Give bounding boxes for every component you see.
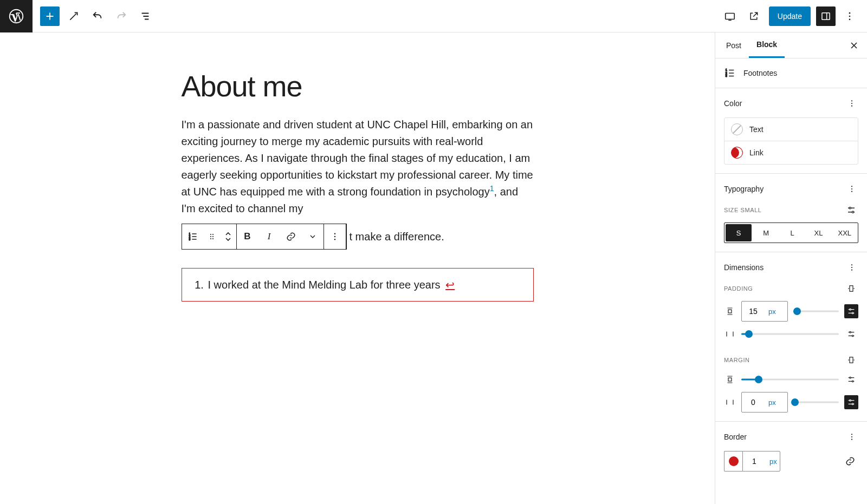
svg-point-17: [334, 239, 335, 240]
sidebar-tabs: Post Block: [715, 32, 867, 58]
svg-point-43: [852, 403, 853, 405]
editor-canvas[interactable]: About me I'm a passionate and driven stu…: [0, 32, 715, 504]
update-button[interactable]: Update: [769, 6, 811, 26]
block-type-label: Footnotes: [743, 69, 777, 77]
link-button[interactable]: [280, 224, 302, 249]
panel-dimensions: Dimensions PADDING px: [715, 252, 867, 422]
border-options-button[interactable]: [845, 430, 858, 443]
border-unit[interactable]: px: [766, 457, 780, 466]
footnote-ref-1[interactable]: 1: [490, 185, 494, 193]
svg-point-12: [212, 236, 213, 237]
svg-point-22: [851, 103, 852, 104]
margin-v-custom-button[interactable]: [844, 372, 858, 387]
footnote-text: I worked at the Mind Melding Lab for thr…: [208, 279, 441, 291]
tab-post[interactable]: Post: [719, 32, 749, 58]
padding-range[interactable]: [793, 306, 839, 317]
svg-point-28: [852, 211, 853, 213]
footnotes-block[interactable]: I worked at the Mind Melding Lab for thr…: [182, 268, 534, 302]
margin-h-range[interactable]: [793, 397, 839, 408]
typography-options-button[interactable]: [845, 182, 858, 195]
dimensions-options-button[interactable]: [845, 261, 858, 274]
svg-point-26: [851, 191, 852, 192]
list-type-button[interactable]: 123: [182, 224, 204, 249]
svg-point-45: [851, 436, 852, 437]
margin-label: MARGIN: [724, 357, 750, 363]
svg-point-10: [212, 234, 213, 235]
block-options-button[interactable]: [324, 224, 346, 249]
margin-h-custom-button[interactable]: [844, 395, 858, 409]
margin-horizontal-icon: [724, 396, 736, 408]
wordpress-logo[interactable]: [0, 0, 33, 32]
footnote-backlink-icon[interactable]: ↩: [445, 279, 455, 291]
text-color-swatch: [731, 123, 743, 135]
color-link-label: Link: [749, 148, 764, 157]
padding-value-input[interactable]: px: [741, 301, 788, 322]
padding-unlink-button[interactable]: [844, 282, 858, 296]
padding-custom-button[interactable]: [844, 304, 858, 318]
svg-point-21: [851, 100, 852, 101]
external-preview-button[interactable]: [744, 6, 764, 26]
padding-value-field[interactable]: [742, 306, 765, 316]
padding-h-custom-button[interactable]: [844, 327, 858, 341]
size-btn-xl[interactable]: XL: [805, 223, 831, 243]
padding-h-range[interactable]: [741, 329, 839, 339]
post-title[interactable]: About me: [182, 70, 534, 102]
size-custom-button[interactable]: [844, 203, 858, 217]
margin-unlink-button[interactable]: [844, 353, 858, 367]
move-up-down[interactable]: [220, 224, 236, 249]
svg-point-24: [851, 186, 852, 187]
svg-point-29: [851, 264, 852, 265]
footnote-item-1[interactable]: I worked at the Mind Melding Lab for thr…: [207, 278, 520, 291]
padding-horizontal-icon: [724, 328, 736, 340]
svg-rect-38: [850, 357, 853, 363]
block-inserter-button[interactable]: [40, 6, 60, 26]
settings-sidebar: Post Block 123 Footnotes Color: [715, 32, 867, 504]
more-rich-text-button[interactable]: [302, 224, 323, 249]
svg-point-11: [210, 236, 211, 237]
post-paragraph[interactable]: I'm a passionate and driven student at U…: [182, 116, 534, 217]
margin-v-range[interactable]: [741, 374, 839, 385]
svg-point-5: [849, 18, 851, 20]
panel-border-heading: Border: [724, 433, 747, 441]
svg-point-16: [334, 236, 335, 237]
margin-value-input[interactable]: px: [741, 392, 788, 413]
panel-typography: Typography SIZE SMALL S M L XL XXL: [715, 174, 867, 252]
svg-point-36: [850, 331, 851, 333]
size-btn-s[interactable]: S: [726, 224, 752, 241]
svg-rect-1: [726, 13, 735, 19]
paragraph-overflow-text: t make a difference.: [346, 231, 444, 243]
color-link-row[interactable]: Link: [724, 141, 858, 164]
tools-button[interactable]: [64, 6, 83, 26]
bold-button[interactable]: B: [237, 224, 258, 249]
svg-point-30: [851, 267, 852, 268]
undo-button[interactable]: [88, 6, 107, 26]
svg-point-44: [851, 434, 852, 435]
settings-sidebar-toggle[interactable]: [816, 6, 836, 26]
redo-button[interactable]: [112, 6, 131, 26]
document-overview-button[interactable]: [135, 6, 155, 26]
svg-text:3: 3: [189, 238, 190, 241]
tab-block[interactable]: Block: [749, 32, 785, 58]
size-btn-xxl[interactable]: XXL: [832, 223, 858, 243]
border-width-input[interactable]: px: [742, 451, 780, 472]
color-options-button[interactable]: [845, 97, 858, 110]
view-button[interactable]: [720, 6, 740, 26]
border-color-swatch[interactable]: [724, 451, 742, 472]
margin-unit[interactable]: px: [765, 398, 779, 407]
color-text-row[interactable]: Text: [724, 118, 858, 141]
padding-unit[interactable]: px: [765, 307, 779, 316]
size-btn-l[interactable]: L: [779, 223, 805, 243]
border-width-field[interactable]: [743, 456, 766, 466]
svg-point-42: [850, 400, 851, 401]
close-sidebar-button[interactable]: [844, 36, 864, 55]
margin-value-field[interactable]: [742, 397, 765, 407]
size-btn-m[interactable]: M: [753, 223, 779, 243]
svg-text:3: 3: [726, 74, 727, 77]
svg-point-35: [852, 312, 853, 314]
drag-handle[interactable]: [204, 224, 220, 249]
options-menu-button[interactable]: [840, 6, 859, 26]
border-link-sides-button[interactable]: [842, 456, 858, 467]
padding-label: PADDING: [724, 285, 753, 292]
italic-button[interactable]: I: [258, 224, 280, 249]
svg-point-0: [10, 9, 23, 23]
